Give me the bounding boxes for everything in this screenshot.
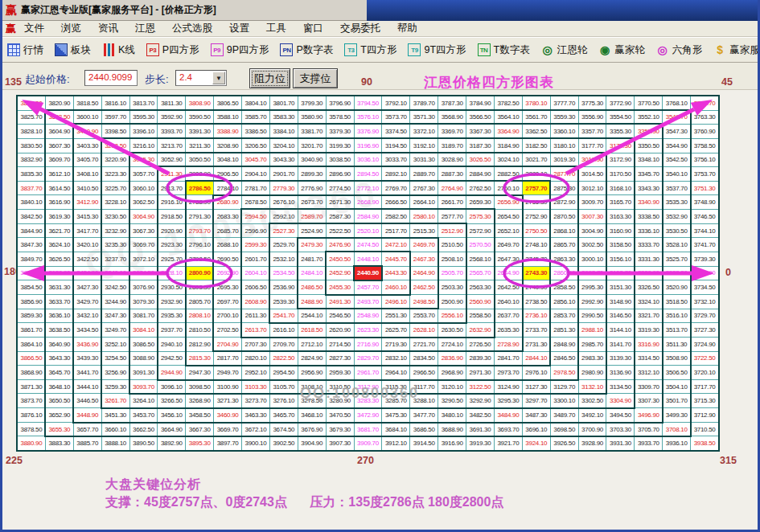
grid-cell: 2488.90 (298, 295, 327, 309)
grid-cell: 3165.70 (606, 195, 635, 210)
grid-cell: 2978.50 (551, 366, 579, 380)
menu-item-工具[interactable]: 工具 (266, 22, 286, 35)
grid-cell: 3662.50 (130, 423, 158, 437)
grid-cell: 3842.50 (18, 210, 46, 224)
grid-cell: 2445.70 (382, 252, 410, 267)
grid-cell: 3801.70 (270, 96, 298, 111)
window-title: 赢家江恩专业版[赢家服务平台] - [价格正方形] (21, 3, 216, 17)
toolbar-button-P四方形[interactable]: P3P四方形 (146, 43, 199, 57)
toolbar-button-T四方形[interactable]: T3T四方形 (344, 43, 396, 57)
start-price-input[interactable]: 2440.9099 (84, 70, 138, 86)
grid-cell: 2822.50 (270, 352, 298, 366)
grid-cell: 3045.70 (242, 153, 270, 168)
resistance-button[interactable]: 阻力位 (249, 68, 290, 88)
grid-cell: 3844.90 (18, 224, 46, 239)
grid-cell: 3698.50 (551, 423, 579, 437)
hexagon-icon: ◎ (656, 43, 669, 56)
grid-cell: 2956.90 (298, 366, 327, 380)
grid-cell: 3513.70 (663, 323, 691, 338)
grid-cell: 3206.50 (242, 139, 270, 153)
grid-cell: 3657.70 (74, 423, 102, 437)
grid-cell: 2832.10 (382, 352, 410, 366)
toolbar-button-江恩轮[interactable]: ◎江恩轮 (541, 43, 588, 57)
menu-item-浏览[interactable]: 浏览 (61, 22, 81, 35)
grid-cell: 3379.30 (327, 125, 355, 139)
menu-item-交易委托[interactable]: 交易委托 (340, 22, 380, 35)
menu-item-公式选股[interactable]: 公式选股 (172, 22, 212, 35)
grid-cell: 3573.70 (382, 111, 410, 125)
grid-cell: 2889.70 (410, 167, 438, 182)
grid-cell: 2599.30 (242, 238, 270, 252)
toolbar-button-P数字表[interactable]: PNP数字表 (280, 43, 333, 57)
grid-cell: 2868.10 (551, 224, 579, 239)
grid-cell: 3343.30 (635, 182, 663, 196)
grid-cell: 3396.10 (130, 125, 158, 139)
grid-cell: 3417.70 (74, 224, 102, 239)
angle-label-135: 135 (5, 76, 22, 88)
grid-cell: 3300.10 (551, 394, 579, 408)
grid-cell: 2635.30 (495, 323, 523, 338)
grid-cell: 2944.90 (158, 366, 186, 380)
grid-cell: 3504.10 (663, 380, 691, 395)
grid-cell: 2644.90 (495, 267, 523, 281)
grid-cell: 3405.70 (74, 153, 102, 168)
menu-item-文件[interactable]: 文件 (24, 22, 44, 35)
toolbar-button-9P四方形[interactable]: P99P四方形 (211, 43, 269, 57)
grid-cell: 2728.90 (495, 338, 523, 352)
grid-cell: 2647.30 (495, 252, 523, 267)
grid-cell: 3748.90 (691, 195, 719, 210)
grid-cell: 2649.70 (495, 238, 523, 252)
grid-cell: 2584.90 (355, 210, 383, 224)
grid-cell: 3223.30 (102, 167, 130, 182)
toolbar-button-行情[interactable]: 行情 (7, 43, 43, 57)
grid-cell: 2827.30 (327, 352, 355, 366)
menu-item-资讯[interactable]: 资讯 (98, 22, 118, 35)
grid-cell: 2995.30 (579, 280, 607, 295)
grid-cell: 3384.10 (270, 125, 298, 139)
toolbar-button-T数字表[interactable]: TNT数字表 (478, 43, 530, 57)
grid-cell: 3249.70 (102, 323, 130, 338)
toolbar-label: K线 (118, 43, 135, 57)
menu-item-设置[interactable]: 设置 (229, 22, 249, 35)
toolbar-button-赢家轮[interactable]: ◉赢家轮 (598, 43, 645, 57)
grid-cell: 3727.30 (691, 323, 719, 338)
grid-cell: 3273.70 (242, 394, 270, 408)
grid-cell: 3086.50 (130, 338, 158, 352)
grid-cell: 3266.50 (158, 394, 186, 408)
toolbar-button-K线[interactable]: K线 (102, 43, 135, 57)
grid-cell: 3571.30 (410, 111, 438, 125)
grid-cell: 3463.30 (242, 408, 270, 423)
grid-cell: 3372.10 (410, 125, 438, 139)
grid-cell: 3100.90 (214, 380, 242, 395)
toolbar-button-板块[interactable]: 板块 (55, 43, 91, 57)
analysis-line: 支撑：45度2757点、0度2743点 压力：135度2786点 180度280… (105, 494, 503, 511)
menu-item-帮助[interactable]: 帮助 (397, 22, 417, 35)
grid-cell: 3040.90 (298, 153, 327, 168)
toolbar-button-赢家服务[interactable]: $赢家服务 (713, 43, 760, 57)
grid-cell: 3828.10 (18, 125, 46, 139)
grid-cell: 2906.50 (214, 167, 242, 182)
grid-cell: 3326.50 (635, 280, 663, 295)
menu-item-窗口[interactable]: 窗口 (303, 22, 323, 35)
grid-cell: 3427.30 (74, 280, 102, 295)
grid-cell: 3693.70 (495, 423, 523, 437)
toolbar-button-六角形[interactable]: ◎六角形 (656, 43, 703, 57)
grid-cell: 3859.30 (18, 309, 46, 324)
grid-cell: 3729.70 (691, 309, 719, 324)
grid-cell: 3187.30 (466, 139, 495, 153)
grid-cell: 3792.10 (382, 96, 410, 111)
grid-cell: 3076.90 (130, 280, 158, 295)
grid-cell: 2887.30 (438, 167, 466, 182)
grid-cell: 3871.30 (18, 380, 46, 395)
grid-cell: 2673.70 (298, 195, 327, 210)
grid-cell: 3470.50 (327, 408, 355, 423)
toolbar-button-9T四方形[interactable]: T99T四方形 (408, 43, 466, 57)
grid-cell: 3775.30 (579, 96, 607, 111)
step-combobox-arrow-icon[interactable]: ▼ (212, 72, 225, 84)
menu-item-江恩[interactable]: 江恩 (135, 22, 155, 35)
support-button[interactable]: 支撑位 (293, 68, 338, 88)
grid-cell: 2577.70 (438, 210, 466, 224)
grid-cell: 3348.10 (635, 153, 663, 168)
grid-cell: 3525.70 (663, 252, 691, 267)
grid-cell: 3009.70 (579, 195, 607, 210)
